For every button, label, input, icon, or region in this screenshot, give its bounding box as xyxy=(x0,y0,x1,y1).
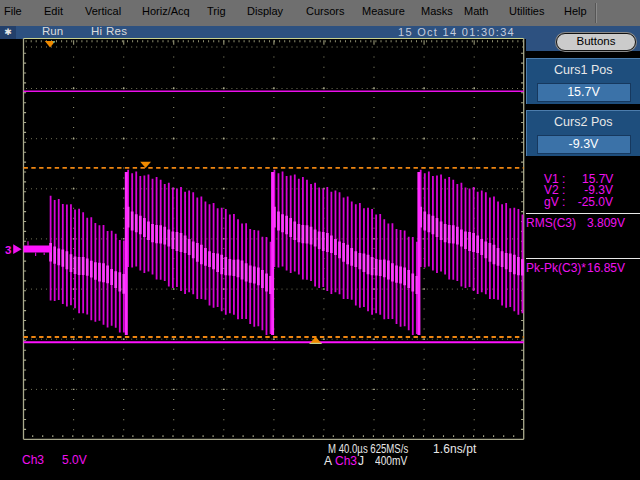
svg-text:3: 3 xyxy=(5,244,11,256)
